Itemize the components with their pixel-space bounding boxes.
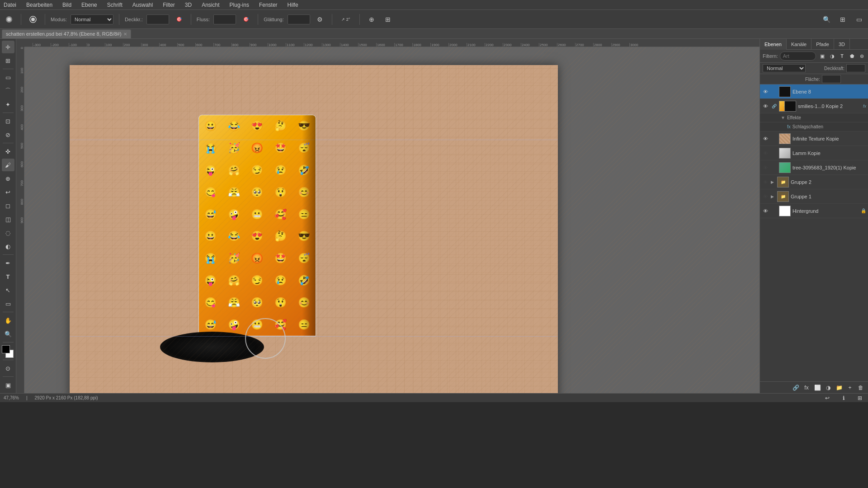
menu-item-auswahl[interactable]: Auswahl (131, 2, 155, 8)
menu-item-3d[interactable]: 3D (183, 2, 193, 8)
screen-mode-button[interactable]: ▣ (2, 379, 14, 391)
layer-visibility-gruppe2[interactable]: 👁 (762, 178, 769, 186)
opacity-input[interactable]: 100% (846, 64, 865, 72)
layer-effect-schlagschatten[interactable]: fx Schlagschatten (760, 122, 868, 131)
group-arrow-gruppe2[interactable]: ▶ (771, 180, 775, 184)
hand-tool[interactable]: ✋ (2, 314, 14, 327)
delete-layer-button[interactable]: 🗑 (856, 383, 865, 392)
tab-pfade[interactable]: Pfade (811, 39, 834, 50)
quick-mask-tool[interactable]: ⊙ (2, 362, 14, 375)
brush-size-button[interactable] (27, 13, 39, 26)
zoom-tool[interactable]: 🔍 (2, 328, 14, 340)
eraser-tool[interactable]: ◻ (2, 199, 14, 212)
extra-button[interactable]: ⊞ (382, 13, 394, 26)
wand-tool[interactable]: ✦ (2, 98, 14, 111)
menu-item-plugins[interactable]: Plug-ins (228, 2, 251, 8)
link-layers-button[interactable]: 🔗 (791, 383, 800, 392)
foreground-color[interactable] (2, 345, 10, 353)
layer-visibility-hintergrund[interactable]: 👁 (762, 207, 769, 215)
artboard-tool[interactable]: ⊞ (2, 54, 14, 67)
deckkraft-jitter-button[interactable]: 🎯 (173, 13, 185, 26)
search-button[interactable]: 🔍 (820, 13, 833, 26)
symmetry-button[interactable]: ⊕ (365, 13, 378, 26)
filter-shape-button[interactable]: ⬟ (848, 52, 857, 61)
ps-canvas[interactable]: 😀 😂 😍 🤔 😎 😭 🥳 😡 🤩 😴 (70, 65, 558, 393)
layer-row-tree[interactable]: 👁 tree-3095683_1920(1) Kopie (760, 160, 868, 175)
pen-tool[interactable]: ✒ (2, 257, 14, 269)
crop-tool[interactable]: ⊡ (2, 115, 14, 127)
layer-blend-select[interactable]: Normal Multiplizieren (763, 64, 806, 72)
glattung-input[interactable]: 0% (288, 14, 310, 24)
color-swatch[interactable] (2, 345, 14, 358)
text-tool[interactable]: T (2, 270, 14, 283)
blur-tool[interactable]: ◌ (2, 226, 14, 239)
tab-ebenen[interactable]: Ebenen (760, 39, 787, 50)
fluss-input[interactable]: 100% (213, 14, 236, 24)
filter-pixel-button[interactable]: ▣ (818, 52, 827, 61)
tool-preset-button[interactable] (3, 13, 15, 26)
heal-tool[interactable]: ✜ (2, 145, 14, 158)
status-grid-button[interactable]: ⊞ (855, 394, 864, 403)
filter-adjust-button[interactable]: ◑ (828, 52, 837, 61)
shape-tool[interactable]: ▭ (2, 297, 14, 310)
brush-tool[interactable]: 🖌 (2, 159, 14, 171)
filter-smart-button[interactable]: ⊛ (858, 52, 867, 61)
layer-row-infinite[interactable]: 👁 Infinite Texture Kopie (760, 131, 868, 146)
menu-item-bild[interactable]: Bild (61, 2, 73, 8)
add-layer-button[interactable]: + (845, 383, 854, 392)
path-select-tool[interactable]: ↖ (2, 284, 14, 296)
menu-item-filter[interactable]: Filter (161, 2, 177, 8)
menu-item-fenster[interactable]: Fenster (257, 2, 279, 8)
move-tool[interactable]: ✛ (2, 41, 14, 53)
filter-text-button[interactable]: T (838, 52, 847, 61)
menu-item-datei[interactable]: Datei (2, 2, 18, 8)
zoom-button[interactable]: ⊞ (836, 13, 849, 26)
blend-mode-select[interactable]: Normal Multiplizieren Überlagern (71, 14, 113, 24)
dodge-tool[interactable]: ◐ (2, 240, 14, 253)
clone-tool[interactable]: ⊕ (2, 172, 14, 185)
add-group-button[interactable]: 📁 (835, 383, 844, 392)
menu-item-bearbeiten[interactable]: Bearbeiten (24, 2, 54, 8)
lasso-tool[interactable]: ⌒ (2, 84, 14, 97)
layer-chain-smilies[interactable]: 🔗 (771, 103, 777, 109)
layer-row-lamm[interactable]: 👁 Lamm Kopie (760, 146, 868, 160)
layer-visibility-lamm[interactable]: 👁 (762, 150, 769, 157)
canvas-area[interactable]: 😀 😂 😍 🤔 😎 😭 🥳 😡 🤩 😴 (24, 47, 760, 393)
window-button[interactable]: ▭ (853, 13, 865, 26)
deckkraft-input[interactable]: 100% (146, 14, 169, 24)
layer-row-smilies[interactable]: 👁 🔗 😀 smilies-1...0 Kopie 2 fx (760, 99, 868, 113)
layer-effect-header[interactable]: ▼ Effekte (760, 113, 868, 122)
layer-visibility-infinite[interactable]: 👁 (762, 135, 769, 142)
status-history-button[interactable]: ↩ (823, 394, 832, 403)
layer-row-gruppe2[interactable]: 👁 ▶ 📁 Gruppe 2 (760, 175, 868, 189)
fill-input[interactable]: 100% (822, 75, 841, 83)
marquee-tool[interactable]: ▭ (2, 71, 14, 84)
layer-visibility-tree[interactable]: 👁 (762, 164, 769, 171)
add-adjustment-button[interactable]: ◑ (824, 383, 833, 392)
menu-item-schrift[interactable]: Schrift (105, 2, 124, 8)
menu-item-ansicht[interactable]: Ansicht (200, 2, 221, 8)
eyedropper-tool[interactable]: ⊘ (2, 128, 14, 141)
glattung-settings-button[interactable]: ⚙ (314, 13, 326, 26)
tab-kanaele[interactable]: Kanäle (787, 39, 811, 50)
layer-row-hintergrund[interactable]: 👁 Hintergrund 🔒 (760, 204, 868, 218)
tab-close-button[interactable]: ✕ (123, 32, 127, 37)
document-tab[interactable]: schatten erstellen.psd bei 47,8% (Ebene … (2, 29, 131, 38)
angle-input[interactable]: ↗ 2° (338, 13, 354, 26)
layer-row-gruppe1[interactable]: 👁 ▶ 📁 Gruppe 1 (760, 189, 868, 204)
fluss-jitter-button[interactable]: 🎯 (240, 13, 252, 26)
tab-3d[interactable]: 3D (834, 39, 850, 50)
layers-search-input[interactable] (780, 52, 816, 61)
add-style-button[interactable]: fx (802, 383, 811, 392)
history-brush-tool[interactable]: ↩ (2, 186, 14, 198)
gradient-tool[interactable]: ◫ (2, 213, 14, 225)
menu-item-hilfe[interactable]: Hilfe (286, 2, 300, 8)
status-info-button[interactable]: ℹ (839, 394, 848, 403)
add-mask-button[interactable]: ⬜ (813, 383, 822, 392)
layer-visibility-ebene8[interactable]: 👁 (762, 88, 769, 95)
layer-row-ebene8[interactable]: 👁 Ebene 8 (760, 84, 868, 99)
layer-visibility-smilies[interactable]: 👁 (762, 103, 769, 110)
menu-item-ebene[interactable]: Ebene (80, 2, 99, 8)
layer-visibility-gruppe1[interactable]: 👁 (762, 193, 769, 200)
group-arrow-gruppe1[interactable]: ▶ (771, 194, 775, 199)
